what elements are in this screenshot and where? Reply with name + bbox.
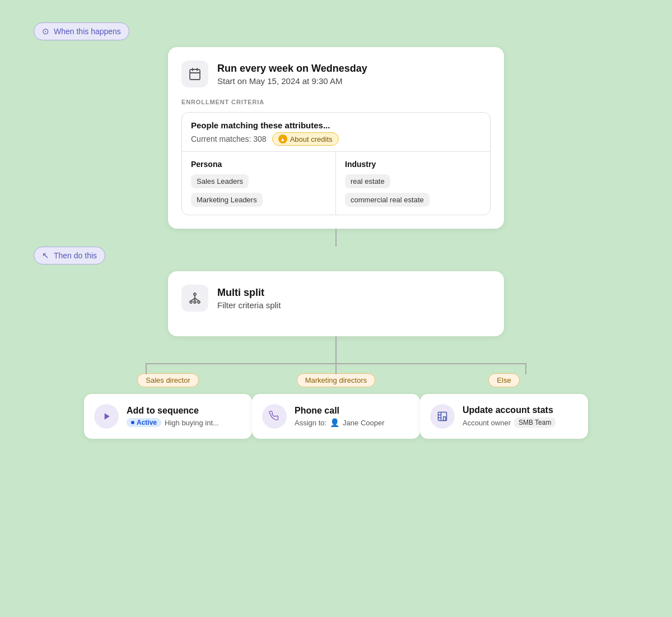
about-credits-badge[interactable]: ▲ About credits [272,132,339,146]
branch-col-1: Sales director Add to sequence Active [84,373,252,439]
when-label: ⊙ When this happens [34,22,129,40]
criteria-box: People matching these attributes... Curr… [181,112,491,215]
sequence-icon-wrap [94,404,119,429]
industry-label: Industry [345,160,481,169]
action-3-detail: Account owner SMB Team [463,417,556,428]
svg-line-11 [195,298,199,301]
enrollment-section-label: ENROLLMENT CRITERIA [181,99,491,105]
svg-rect-0 [190,69,200,80]
criteria-table: Persona Sales Leaders Marketing Leaders … [182,152,490,215]
calendar-icon-wrap [181,61,208,87]
persona-tags: Sales Leaders Marketing Leaders [191,174,326,207]
action-card-3: Update account stats Account owner SMB T… [420,394,588,439]
credits-icon: ▲ [278,134,287,143]
trigger-subtitle: Start on May 15, 2024 at 9:30 AM [217,76,367,86]
branch-columns: Sales director Add to sequence Active [84,373,588,439]
action-3-title: Update account stats [463,405,556,415]
building-icon-wrap [430,404,455,429]
connector-2 [335,336,337,347]
branch-col-3: Else Update account stats [420,373,588,439]
criteria-matches: Current matches: 308 ▲ About credits [191,132,481,146]
action-2-text: Phone call Assign to: 👤 Jane Cooper [295,406,385,427]
action-3-text: Update account stats Account owner SMB T… [463,405,556,428]
persona-col: Persona Sales Leaders Marketing Leaders [182,152,336,215]
persona-label: Persona [191,160,326,169]
branch-label-1: Sales director [137,373,198,387]
industry-col: Industry real estate commercial real est… [336,152,490,215]
criteria-header: People matching these attributes... Curr… [182,113,490,152]
industry-tag-1: real estate [345,174,390,188]
split-text: Multi split Filter criteria split [217,286,281,310]
smb-label: SMB Team [514,417,556,428]
action-2-detail: Assign to: 👤 Jane Cooper [295,418,385,427]
active-badge: Active [127,418,161,427]
building-icon [437,411,448,422]
split-icon [188,291,202,305]
criteria-title: People matching these attributes... [191,120,481,130]
trigger-card: Run every week on Wednesday Start on May… [168,47,504,229]
cursor-icon: ↖ [42,250,49,261]
svg-line-9 [191,298,195,301]
phone-icon-wrap [262,404,287,429]
play-icon [101,411,112,422]
trigger-text: Run every week on Wednesday Start on May… [217,62,367,86]
trigger-title: Run every week on Wednesday [217,62,367,75]
action-1-title: Add to sequence [127,406,219,416]
action-card-1: Add to sequence Active High buying int..… [84,394,252,439]
action-card-2: Phone call Assign to: 👤 Jane Cooper [252,394,420,439]
active-dot [131,421,134,424]
trigger-header: Run every week on Wednesday Start on May… [181,61,491,87]
branch-label-2: Marketing directors [297,373,376,387]
action-2-title: Phone call [295,406,385,416]
connector-1 [335,229,337,247]
person-icon: 👤 [330,418,339,427]
branch-label-3: Else [488,373,519,387]
phone-icon [269,411,280,422]
action-1-text: Add to sequence Active High buying int..… [127,406,219,427]
industry-tag-2: commercial real estate [345,193,430,207]
persona-tag-1: Sales Leaders [191,174,249,188]
split-subtitle: Filter criteria split [217,300,281,310]
svg-marker-12 [105,413,110,420]
branch-line [146,347,526,364]
action-1-detail: Active High buying int... [127,418,219,427]
split-title: Multi split [217,286,281,299]
branch-col-2: Marketing directors Phone call Assign to… [252,373,420,439]
industry-tags: real estate commercial real estate [345,174,481,207]
target-icon: ⊙ [42,26,49,36]
persona-tag-2: Marketing Leaders [191,193,263,207]
multi-split-card: Multi split Filter criteria split [168,271,504,336]
split-header: Multi split Filter criteria split [181,285,491,312]
calendar-icon [188,67,202,81]
svg-rect-17 [444,417,446,421]
then-label: ↖ Then do this [34,247,105,265]
split-icon-wrap [181,285,208,312]
